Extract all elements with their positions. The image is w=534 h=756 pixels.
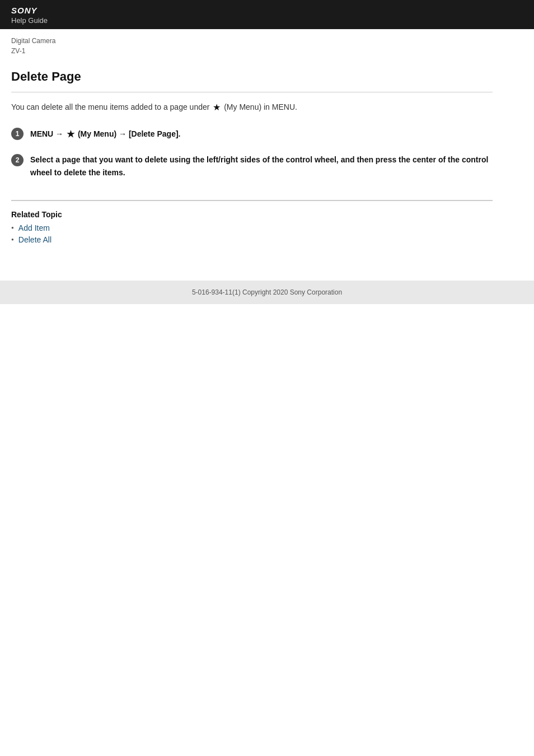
step-1-text: MENU → ★ (My Menu) → [Delete Page]. <box>30 127 180 142</box>
step-2-text: Select a page that you want to delete us… <box>30 153 493 179</box>
step-2-number: 2 <box>11 154 24 166</box>
add-item-link[interactable]: Add Item <box>18 223 50 232</box>
footer: 5-016-934-11(1) Copyright 2020 Sony Corp… <box>0 281 534 304</box>
breadcrumb-camera-type: Digital Camera <box>11 36 523 46</box>
page-title: Delete Page <box>11 69 493 84</box>
intro-text-before-star: You can delete all the menu items added … <box>11 102 209 111</box>
intro-text-after-star: (My Menu) in MENU. <box>224 102 297 111</box>
step-2: 2 Select a page that you want to delete … <box>11 153 493 179</box>
brand-logo: SONY <box>11 6 523 15</box>
help-guide-label: Help Guide <box>11 16 523 25</box>
related-title: Related Topic <box>11 210 493 219</box>
step-1-star-icon: ★ <box>67 127 74 142</box>
delete-all-link[interactable]: Delete All <box>18 235 51 244</box>
steps-container: 1 MENU → ★ (My Menu) → [Delete Page]. 2 … <box>11 124 493 200</box>
my-menu-star-icon: ★ <box>213 100 221 115</box>
breadcrumb: Digital Camera ZV-1 <box>0 29 534 56</box>
list-item: Delete All <box>11 235 493 244</box>
related-list: Add Item Delete All <box>11 223 493 244</box>
step-1: 1 MENU → ★ (My Menu) → [Delete Page]. <box>11 127 493 142</box>
list-item: Add Item <box>11 223 493 232</box>
main-content: Delete Page You can delete all the menu … <box>0 56 504 269</box>
breadcrumb-model: ZV-1 <box>11 46 523 56</box>
copyright-text: 5-016-934-11(1) Copyright 2020 Sony Corp… <box>192 288 342 296</box>
step-1-number: 1 <box>11 128 24 140</box>
intro-paragraph: You can delete all the menu items added … <box>11 92 493 124</box>
related-section: Related Topic Add Item Delete All <box>11 200 493 258</box>
header: SONY Help Guide <box>0 0 534 29</box>
